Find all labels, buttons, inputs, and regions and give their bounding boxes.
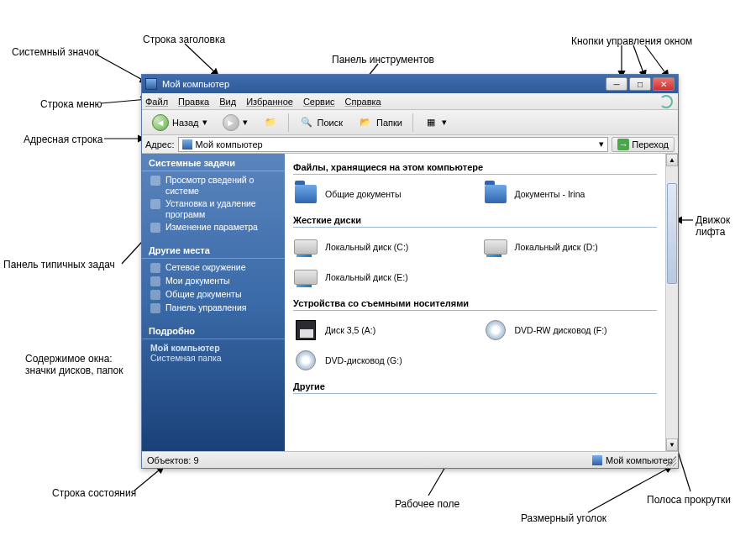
optical-item[interactable]: DVD-RW дисковод (F:) [483, 318, 658, 343]
sidebar-item[interactable]: Мои документы [150, 276, 280, 286]
group-header: Другие [293, 381, 657, 394]
control-panel-icon [150, 303, 160, 313]
address-input[interactable]: Мой компьютер ▾ [178, 137, 609, 152]
callout-thumb: Движок лифта [696, 214, 756, 238]
sidebar-item[interactable]: Просмотр сведений о системе [150, 175, 280, 196]
menu-bar: Файл Правка Вид Избранное Сервис Справка [142, 93, 678, 110]
nav-up-button[interactable]: 📁 [258, 113, 283, 132]
go-label: Переход [632, 139, 669, 150]
callout-task-panel: Панель типичных задач [3, 259, 115, 270]
minimize-button[interactable]: ─ [606, 77, 627, 91]
toolbar: ◄ Назад ▾ ► ▾ 📁 🔍 Поиск 📂 Папки ▦ ▾ [142, 110, 678, 135]
drive-item[interactable]: Локальный диск (D:) [483, 234, 658, 260]
status-right: Мой компьютер [606, 455, 673, 465]
nav-back-button[interactable]: ◄ Назад ▾ [147, 113, 213, 133]
folders-button[interactable]: 📂 Папки [353, 113, 407, 132]
back-icon: ◄ [152, 114, 169, 131]
scroll-thumb[interactable] [667, 183, 677, 284]
maximize-button[interactable]: □ [629, 77, 651, 91]
floppy-item[interactable]: Диск 3,5 (A:) [293, 318, 468, 343]
content-pane[interactable]: Файлы, хранящиеся на этом компьютере Общ… [285, 154, 665, 451]
dropdown-icon[interactable]: ▾ [599, 139, 604, 150]
dropdown-icon: ▾ [442, 117, 447, 128]
floppy-icon [296, 320, 316, 340]
svg-line-1 [185, 44, 218, 76]
callout-win-buttons: Кнопки управления окном [571, 35, 692, 47]
drive-icon [294, 270, 318, 285]
svg-line-0 [97, 55, 147, 82]
go-button[interactable]: → Переход [612, 137, 675, 152]
views-icon: ▦ [423, 115, 438, 130]
cd-icon [296, 350, 316, 370]
setting-icon [150, 223, 160, 233]
address-label: Адрес: [145, 139, 175, 150]
throbber-icon [659, 95, 673, 108]
menu-view[interactable]: Вид [219, 97, 236, 107]
titlebar[interactable]: Мой компьютер ─ □ ✕ [142, 75, 678, 93]
details-name: Мой компьютер [150, 343, 276, 353]
callout-scrollbar: Полоса прокрутки [647, 494, 731, 506]
computer-icon [592, 455, 602, 465]
task-section-head: Другие места [142, 241, 285, 259]
search-label: Поиск [318, 118, 343, 128]
menu-tools[interactable]: Сервис [303, 97, 335, 107]
drive-item[interactable]: Локальный диск (E:) [293, 265, 468, 290]
task-section-head: Подробно [142, 322, 285, 339]
explorer-window: Мой компьютер ─ □ ✕ Файл Правка Вид Избр… [141, 74, 679, 469]
sidebar-item[interactable]: Панель управления [150, 302, 280, 313]
drive-item[interactable]: Локальный диск (C:) [293, 234, 468, 260]
views-button[interactable]: ▦ ▾ [418, 113, 452, 132]
callout-sys-icon: Системный значок [12, 46, 99, 58]
go-arrow-icon: → [617, 139, 629, 150]
sidebar-item[interactable]: Изменение параметра [150, 222, 280, 233]
task-section-head: Системные задачи [142, 154, 285, 171]
menu-edit[interactable]: Правка [178, 97, 209, 107]
documents-icon [150, 276, 160, 286]
sidebar-item[interactable]: Установка и удаление программ [150, 198, 280, 219]
nav-forward-button[interactable]: ► ▾ [218, 113, 253, 133]
group-header: Устройства со съемными носителями [293, 298, 657, 311]
folder-item[interactable]: Документы - Irina [483, 181, 658, 207]
network-icon [150, 263, 160, 273]
resize-grip[interactable] [666, 456, 676, 466]
folders-icon: 📂 [358, 115, 373, 130]
address-value: Мой компьютер [196, 139, 263, 150]
dropdown-icon: ▾ [202, 117, 207, 128]
callout-menu-row: Строка меню [40, 98, 102, 110]
scroll-up-button[interactable]: ▲ [666, 154, 678, 166]
system-icon[interactable] [145, 78, 157, 90]
details-type: Системная папка [150, 353, 276, 363]
menu-favorites[interactable]: Избранное [246, 97, 293, 107]
sidebar-item[interactable]: Общие документы [150, 289, 280, 300]
toolbar-separator [412, 113, 413, 132]
scroll-track[interactable] [666, 166, 678, 438]
folder-item[interactable]: Общие документы [293, 181, 468, 207]
programs-icon [150, 199, 160, 209]
folder-icon [485, 185, 507, 203]
status-left: Объектов: 9 [147, 455, 199, 465]
svg-line-7 [645, 45, 669, 77]
menu-file[interactable]: Файл [145, 97, 168, 107]
cd-icon [486, 320, 506, 340]
vertical-scrollbar[interactable]: ▲ ▼ [665, 154, 678, 451]
drive-icon [294, 239, 318, 255]
folders-label: Папки [376, 118, 402, 128]
dropdown-icon: ▾ [243, 117, 248, 128]
optical-item[interactable]: DVD-дисковод (G:) [293, 348, 468, 373]
sidebar-item[interactable]: Сетевое окружение [150, 262, 280, 273]
toolbar-separator [288, 113, 289, 132]
nav-back-label: Назад [172, 118, 199, 128]
scroll-down-button[interactable]: ▼ [666, 438, 678, 451]
up-folder-icon: 📁 [263, 115, 278, 130]
close-button[interactable]: ✕ [653, 77, 675, 91]
address-bar: Адрес: Мой компьютер ▾ → Переход [142, 135, 678, 154]
svg-line-6 [633, 45, 645, 77]
search-button[interactable]: 🔍 Поиск [294, 113, 348, 132]
info-icon [150, 176, 160, 186]
folder-icon [295, 185, 317, 203]
menu-help[interactable]: Справка [345, 97, 381, 107]
group-header: Жесткие диски [293, 215, 657, 228]
callout-contents: Содержимое окна: значки дисков, папок [25, 353, 123, 376]
computer-icon [182, 139, 192, 150]
forward-icon: ► [223, 114, 239, 131]
